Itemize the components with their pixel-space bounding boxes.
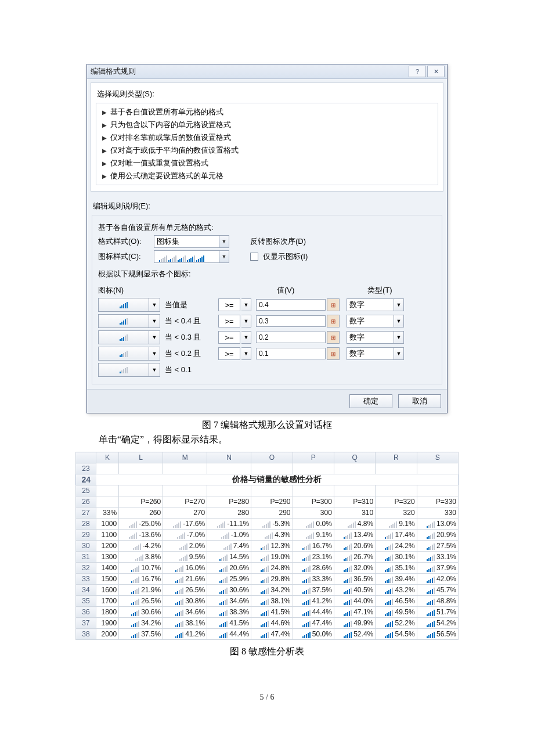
cell[interactable]: P=270 — [163, 496, 207, 507]
cell[interactable]: 1400 — [96, 563, 119, 574]
cell[interactable]: 47.1% — [334, 607, 375, 618]
cell[interactable]: 30.1% — [376, 552, 417, 563]
cell[interactable]: 44.6% — [251, 618, 293, 629]
col-header[interactable]: Q — [334, 452, 375, 463]
row-header[interactable]: 26 — [76, 496, 96, 507]
cell[interactable]: -25.0% — [119, 519, 163, 530]
rule-value-input[interactable]: 0.4 — [256, 299, 326, 311]
cell[interactable] — [334, 485, 375, 496]
cell[interactable]: 290 — [251, 507, 293, 519]
ok-button[interactable]: 确定 — [349, 394, 392, 408]
rule-icon-select[interactable] — [98, 347, 149, 361]
cell[interactable]: 25.9% — [207, 574, 251, 585]
chevron-down-icon[interactable]: ▼ — [394, 298, 404, 311]
col-header[interactable]: K — [96, 452, 119, 463]
cell[interactable]: 16.7% — [293, 541, 334, 552]
cell[interactable]: 1800 — [96, 607, 119, 618]
cell[interactable]: 33.3% — [293, 574, 334, 585]
cell[interactable]: 34.2% — [119, 618, 163, 629]
cell[interactable]: 41.2% — [293, 596, 334, 607]
cell[interactable] — [293, 485, 334, 496]
col-header[interactable]: P — [293, 452, 334, 463]
cell[interactable] — [119, 463, 163, 474]
cell[interactable]: 34.6% — [207, 596, 251, 607]
help-button[interactable]: ? — [409, 66, 426, 77]
cell[interactable]: 43.2% — [376, 585, 417, 596]
cell[interactable]: 16.0% — [163, 563, 207, 574]
rule-icon-select[interactable] — [98, 363, 149, 377]
cell[interactable]: 280 — [207, 507, 251, 519]
row-header[interactable]: 30 — [76, 541, 96, 552]
cell[interactable]: 12.3% — [251, 541, 293, 552]
cell[interactable]: 0.0% — [293, 519, 334, 530]
cell[interactable]: 270 — [163, 507, 207, 519]
cell[interactable]: 320 — [376, 507, 417, 519]
cell[interactable] — [119, 485, 163, 496]
cell[interactable]: 1500 — [96, 574, 119, 585]
col-header[interactable]: M — [163, 452, 207, 463]
rule-type-select[interactable]: 数字 — [347, 315, 394, 327]
col-header[interactable] — [76, 452, 96, 463]
cell[interactable]: 48.8% — [417, 596, 458, 607]
cell[interactable]: 9.1% — [293, 530, 334, 541]
row-header[interactable]: 27 — [76, 507, 96, 519]
cell[interactable]: 54.5% — [376, 629, 417, 640]
cell[interactable]: 24.8% — [251, 563, 293, 574]
cell[interactable]: 46.5% — [376, 596, 417, 607]
cell[interactable]: 1700 — [96, 596, 119, 607]
row-header[interactable]: 32 — [76, 563, 96, 574]
cell[interactable]: 14.5% — [207, 552, 251, 563]
cell[interactable]: 34.2% — [251, 585, 293, 596]
cell[interactable] — [163, 463, 207, 474]
rule-icon-select[interactable] — [98, 298, 149, 312]
cell[interactable]: 1000 — [96, 519, 119, 530]
cell[interactable]: 1900 — [96, 618, 119, 629]
cell[interactable] — [96, 463, 119, 474]
row-header[interactable]: 24 — [76, 474, 96, 485]
cell[interactable]: -4.2% — [119, 541, 163, 552]
col-header[interactable]: R — [376, 452, 417, 463]
cell[interactable]: 9.5% — [163, 552, 207, 563]
cell[interactable] — [376, 485, 417, 496]
cell[interactable]: -13.6% — [119, 530, 163, 541]
row-header[interactable]: 36 — [76, 607, 96, 618]
cell[interactable]: 17.4% — [376, 530, 417, 541]
chevron-down-icon[interactable]: ▼ — [149, 347, 160, 361]
rule-type-select[interactable]: 数字 — [347, 331, 394, 344]
row-header[interactable]: 29 — [76, 530, 96, 541]
rule-type-select[interactable]: 数字 — [347, 298, 394, 311]
cell[interactable]: 38.3% — [207, 607, 251, 618]
chevron-down-icon[interactable]: ▼ — [149, 363, 160, 377]
rule-icon-select[interactable] — [98, 314, 149, 328]
cell[interactable]: 1300 — [96, 552, 119, 563]
cell[interactable]: 20.6% — [207, 563, 251, 574]
rule-type-item[interactable]: ▶仅对高于或低于平均值的数值设置格式 — [100, 144, 434, 157]
row-header[interactable]: 35 — [76, 596, 96, 607]
cell[interactable]: 27.5% — [417, 541, 458, 552]
cell[interactable]: 41.5% — [251, 607, 293, 618]
cell[interactable] — [417, 463, 458, 474]
close-button[interactable]: ✕ — [427, 66, 445, 77]
cell[interactable] — [251, 485, 293, 496]
cell[interactable]: 38.1% — [251, 596, 293, 607]
cell[interactable]: 41.2% — [163, 629, 207, 640]
row-header[interactable]: 38 — [76, 629, 96, 640]
cell[interactable]: 30.6% — [119, 607, 163, 618]
row-header[interactable]: 25 — [76, 485, 96, 496]
cell[interactable]: 9.1% — [376, 519, 417, 530]
cell[interactable]: 1600 — [96, 585, 119, 596]
cell[interactable]: 33.1% — [417, 552, 458, 563]
cell[interactable] — [376, 463, 417, 474]
cell[interactable]: 2.0% — [163, 541, 207, 552]
chevron-down-icon[interactable]: ▼ — [241, 298, 251, 311]
cell[interactable]: 19.0% — [251, 552, 293, 563]
cell[interactable]: 2000 — [96, 629, 119, 640]
cell[interactable]: 37.5% — [293, 585, 334, 596]
col-header[interactable]: L — [119, 452, 163, 463]
cell[interactable] — [207, 463, 251, 474]
cell[interactable]: 1200 — [96, 541, 119, 552]
cell[interactable]: P=280 — [207, 496, 251, 507]
cell[interactable]: 23.1% — [293, 552, 334, 563]
cell[interactable]: 37.5% — [119, 629, 163, 640]
cell[interactable]: 13.0% — [417, 519, 458, 530]
